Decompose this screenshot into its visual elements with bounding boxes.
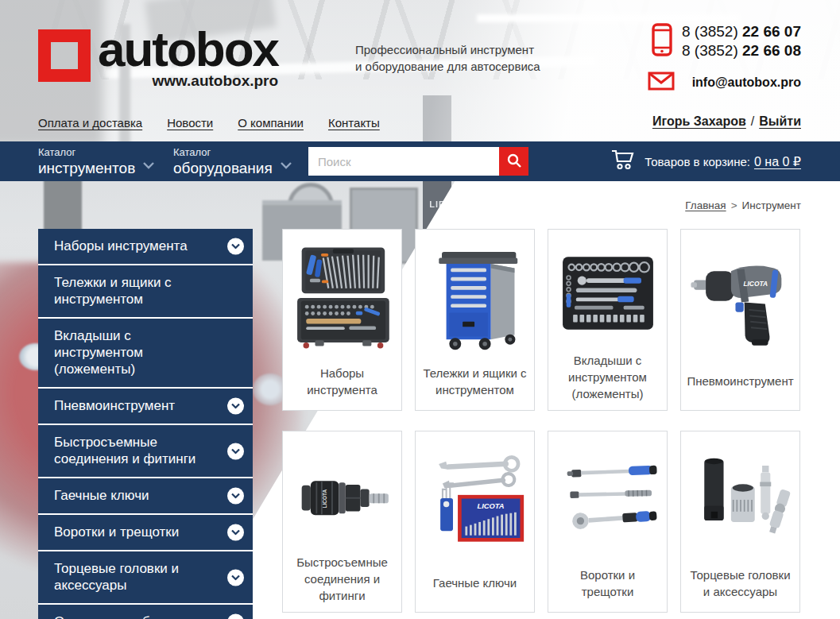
chevron-down-icon	[143, 158, 154, 172]
breadcrumb-home-link[interactable]: Главная	[685, 199, 726, 211]
catalog-equipment-menu[interactable]: Каталог оборудования	[173, 145, 292, 177]
catalog-tools-menu[interactable]: Каталог инструментов	[38, 145, 154, 177]
product-card-trolleys[interactable]: Тележки и ящики с инструментом	[415, 229, 535, 411]
phone-icon	[652, 23, 672, 60]
product-label: Наборы инструмента	[283, 360, 401, 410]
brand-text: LICOTA	[743, 280, 768, 288]
product-label: Торцевые головки и аксессуары	[681, 562, 799, 612]
product-image-sockets-accessories	[685, 436, 796, 562]
product-label: Пневмоинструмент	[680, 360, 799, 410]
breadcrumb-separator: >	[731, 199, 737, 211]
tagline-line2: и оборудование для автосервиса	[355, 58, 540, 75]
logout-link[interactable]: Выйти	[759, 114, 801, 128]
product-card-quick-couplers[interactable]: LICOTA Быстросъемные соединения и фитинг…	[282, 431, 402, 613]
chevron-down-icon[interactable]	[227, 238, 244, 255]
chevron-down-icon[interactable]	[227, 614, 244, 619]
chevron-down-icon[interactable]	[227, 398, 244, 415]
logo-red-square-icon	[38, 29, 91, 82]
product-image-quick-coupler: LICOTA	[287, 436, 398, 554]
chevron-down-icon[interactable]	[227, 524, 244, 541]
chevron-down-icon[interactable]	[227, 569, 244, 586]
sidebar-item-label: Тележки и ящики с инструментом	[54, 274, 216, 308]
sidebar-item-tool-sets[interactable]: Наборы инструмента	[38, 229, 253, 265]
sidebar-item-tool-trays[interactable]: Вкладыши с инструментом (ложементы)	[38, 319, 253, 389]
cart-total-link[interactable]: 0 на 0 ₽	[754, 154, 801, 169]
logo[interactable]: autobox www.autobox.pro	[38, 26, 278, 90]
product-image-tool-set-case	[287, 234, 398, 360]
cart-label: Товаров в корзине:	[645, 155, 750, 168]
tagline: Профессиональный инструмент и оборудован…	[355, 41, 540, 75]
sidebar-item-label: Гаечные ключи	[54, 487, 149, 504]
product-image-impact-wrench: LICOTA	[685, 234, 796, 360]
header-contacts: 8 (3852) 22 66 07 8 (3852) 22 66 08 info…	[648, 22, 801, 94]
product-card-tool-trays[interactable]: Вкладыши с инструментом (ложементы)	[548, 229, 668, 411]
phone-number-1: 8 (3852) 22 66 07	[682, 22, 801, 41]
product-image-tool-tray	[552, 234, 664, 352]
product-label: Гаечные ключи	[427, 562, 523, 612]
page: LIF autobox www.autobox.pro Профессионал…	[0, 0, 840, 619]
user-profile-link[interactable]: Игорь Захаров	[652, 114, 746, 128]
sidebar-item-label: Отвертки и наборы	[54, 613, 175, 619]
sidebar-item-label: Торцевые головки и аксессуары	[54, 560, 216, 594]
cart-icon[interactable]	[611, 149, 635, 174]
top-navigation: Оплата и доставка Новости О компании Кон…	[38, 116, 380, 130]
chevron-down-icon[interactable]	[227, 488, 244, 505]
category-grid: Наборы инструмента	[282, 229, 801, 613]
sidebar-item-screwdrivers[interactable]: Отвертки и наборы	[38, 605, 253, 619]
catalog-tools-label: инструментов	[38, 159, 135, 177]
catalog-equipment-label: оборудования	[173, 159, 273, 177]
sidebar-item-pneumatic[interactable]: Пневмоинструмент	[38, 389, 253, 425]
brand-text: LICOTA	[322, 489, 327, 508]
top-nav-news[interactable]: Новости	[167, 116, 213, 130]
top-nav-about[interactable]: О компании	[238, 116, 304, 130]
email-link[interactable]: info@autobox.pro	[692, 75, 801, 90]
logo-site-url: www.autobox.pro	[98, 72, 278, 90]
sidebar-item-trolleys[interactable]: Тележки и ящики с инструментом	[38, 265, 253, 319]
product-label: Воротки и трещотки	[548, 562, 667, 612]
product-card-pneumatic[interactable]: LICOTA Пневмоинструмент	[680, 229, 800, 411]
product-card-sockets[interactable]: Торцевые головки и аксессуары	[680, 431, 800, 613]
product-card-tool-sets[interactable]: Наборы инструмента	[282, 229, 402, 411]
sidebar-item-wrenches[interactable]: Гаечные ключи	[38, 478, 253, 515]
product-card-wrenches[interactable]: LICOTA Гаечные ключи	[415, 431, 535, 613]
top-nav-payment-delivery[interactable]: Оплата и доставка	[38, 116, 142, 130]
chevron-down-icon	[281, 158, 292, 172]
sidebar-item-label: Воротки и трещотки	[54, 524, 179, 540]
product-card-ratchets[interactable]: Воротки и трещотки	[548, 431, 668, 613]
catalog-equipment-label-small: Каталог	[173, 145, 273, 159]
product-image-ratchets	[552, 436, 664, 562]
user-box: Игорь Захаров/Выйти	[652, 114, 801, 129]
tagline-line1: Профессиональный инструмент	[355, 41, 540, 58]
breadcrumb-current: Инструмент	[742, 199, 801, 211]
sidebar-item-label: Наборы инструмента	[54, 238, 188, 254]
phone-number-2: 8 (3852) 22 66 08	[682, 41, 801, 60]
product-label: Тележки и ящики с инструментом	[416, 360, 534, 410]
product-label: Быстросъемные соединения и фитинги	[283, 554, 401, 612]
category-sidebar: Наборы инструмента Тележки и ящики с инс…	[38, 229, 253, 619]
product-image-tool-trolley	[420, 234, 531, 360]
mail-icon	[648, 72, 675, 94]
logo-wordmark: autobox	[98, 26, 278, 72]
brand-text: LICOTA	[477, 502, 504, 510]
user-separator: /	[751, 114, 754, 128]
sidebar-item-quick-couplers[interactable]: Быстросъемные соединения и фитинги	[38, 425, 253, 478]
product-label: Вкладыши с инструментом (ложементы)	[548, 352, 667, 410]
sidebar-item-label: Вкладыши с инструментом (ложементы)	[54, 327, 216, 377]
sidebar-item-label: Быстросъемные соединения и фитинги	[54, 434, 216, 467]
search-box	[308, 147, 528, 176]
search-button[interactable]	[499, 147, 528, 176]
site-header: autobox www.autobox.pro Профессиональный…	[0, 0, 840, 141]
catalog-tools-label-small: Каталог	[38, 145, 135, 159]
chevron-down-icon[interactable]	[227, 443, 244, 459]
main-navbar: Каталог инструментов Каталог оборудовани…	[0, 141, 840, 181]
search-icon	[506, 153, 522, 171]
product-image-wrench-set: LICOTA	[420, 436, 531, 562]
sidebar-item-label: Пневмоинструмент	[54, 397, 175, 414]
cart-box: Товаров в корзине: 0 на 0 ₽	[611, 141, 801, 181]
sidebar-item-sockets[interactable]: Торцевые головки и аксессуары	[38, 551, 253, 605]
top-nav-contacts[interactable]: Контакты	[328, 116, 380, 130]
breadcrumb: Главная>Инструмент	[685, 199, 801, 211]
sidebar-item-ratchets[interactable]: Воротки и трещотки	[38, 515, 253, 551]
search-input[interactable]	[308, 147, 499, 176]
